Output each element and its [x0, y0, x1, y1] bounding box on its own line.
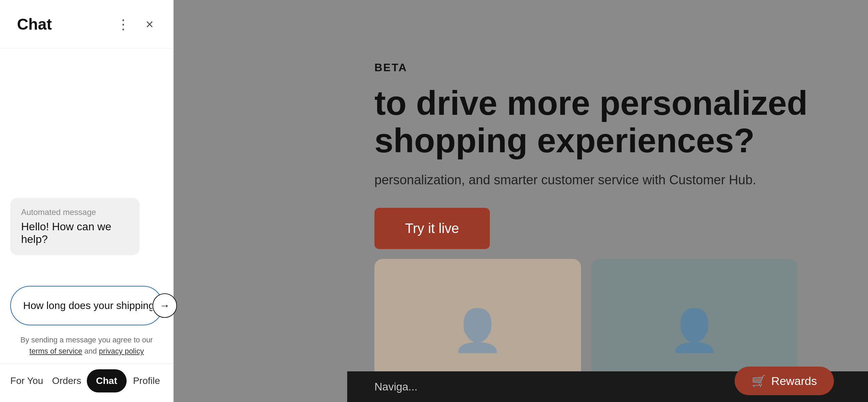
try-it-live-button[interactable]: Try it live [374, 208, 490, 249]
tab-chat[interactable]: Chat [87, 369, 127, 392]
chat-input-wrapper: → [10, 286, 163, 325]
rewards-button[interactable]: 🛒 Rewards [735, 367, 834, 395]
tab-profile[interactable]: Profile [127, 369, 166, 392]
chat-title: Chat [17, 15, 52, 33]
site-nav: 🔍 👤 🛍 [347, 0, 868, 37]
chat-header: Chat ⋮ × [0, 0, 173, 49]
chat-more-button[interactable]: ⋮ [114, 14, 133, 35]
rewards-label: Rewards [771, 374, 817, 388]
site-bottom-nav-text: Naviga... [374, 381, 417, 393]
rewards-icon: 🛒 [752, 374, 766, 388]
chat-close-button[interactable]: × [143, 14, 156, 35]
automated-message-label: Automated message [21, 207, 129, 217]
automated-message-bubble: Automated message Hello! How can we help… [10, 198, 140, 255]
tab-orders[interactable]: Orders [47, 369, 86, 392]
chat-send-button[interactable]: → [152, 293, 177, 318]
hero-subtext: personalization, and smarter customer se… [374, 173, 851, 187]
chat-body: Automated message Hello! How can we help… [0, 49, 173, 279]
beta-label: BETA [374, 61, 868, 74]
chat-terms: By sending a message you agree to our te… [0, 329, 173, 364]
hero-content: BETA to drive more personalizedshopping … [347, 41, 868, 269]
chat-input-area: → [0, 279, 173, 329]
chat-input[interactable] [23, 300, 152, 311]
chat-tab-bar: For You Orders Chat Profile [0, 364, 173, 402]
chat-panel: Chat ⋮ × Automated message Hello! How ca… [0, 0, 174, 402]
tab-for-you[interactable]: For You [7, 369, 47, 392]
send-arrow-icon: → [160, 300, 170, 311]
privacy-policy-link[interactable]: privacy policy [99, 347, 144, 355]
chat-header-actions: ⋮ × [114, 14, 156, 35]
terms-of-service-link[interactable]: terms of service [29, 347, 82, 355]
hero-headline: to drive more personalizedshopping exper… [374, 84, 868, 159]
automated-message-text: Hello! How can we help? [21, 220, 129, 246]
hero-section: 🔍 👤 🛍 BETA to drive more personalizedsho… [174, 0, 868, 402]
